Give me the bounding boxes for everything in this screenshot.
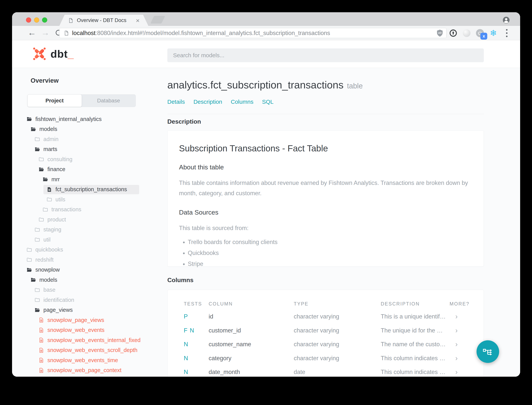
expand-row-id[interactable]: › [450,310,468,324]
tree-item-finance[interactable]: finance [12,164,167,175]
tree-item-label: snowplow_page_views [47,317,104,323]
expand-row-customer_name[interactable]: › [450,338,468,351]
anchor-link-columns[interactable]: Columns [231,99,253,105]
file-red-icon [39,357,44,363]
tree-item-quickbooks[interactable]: quickbooks [12,245,167,255]
cell-tests-date_month: N [184,365,209,377]
file-icon [46,187,52,192]
source-item: Stripe [188,260,472,268]
tree-item-label: utils [55,196,66,203]
file-red-icon [39,327,44,333]
tree-item-marts[interactable]: marts [12,144,167,155]
model-type-badge: table [347,82,362,90]
tree-item-models[interactable]: models [12,275,167,285]
tree-item-snowplow[interactable]: snowplow [12,265,167,275]
tree-item-label: snowplow_web_events_time [47,357,118,364]
card-heading: Subscription Transactions - Fact Table [179,143,472,154]
tree-item-utils[interactable]: utils [12,195,167,205]
tree-item-transactions[interactable]: transactions [12,205,167,215]
folder-open-icon [30,126,36,132]
file-red-icon [39,317,44,323]
expand-row-customer_id[interactable]: › [450,324,468,338]
x-badge: x [480,33,487,40]
tree-item-models[interactable]: models [12,124,167,134]
gray-orb-extension-button[interactable] [462,29,471,37]
anchor-nav: DetailsDescriptionColumnsSQL [167,99,273,105]
cell-tests-customer_id: F N [184,324,209,338]
tree-item-snowplow_web_events_internal_fixed[interactable]: snowplow_web_events_internal_fixed [12,335,167,345]
browser-tab[interactable]: Overview - DBT Docs × [59,15,148,26]
browser-toolbar: ← → localhost:8080/index.html#!/model/mo… [12,26,520,40]
tree-item-label: fishtown_internal_analytics [35,116,102,122]
tree-item-snowplow_page_views[interactable]: snowplow_page_views [12,315,167,325]
tree-item-util[interactable]: util [12,235,167,245]
folder-icon [34,237,40,243]
folder-open-icon [30,277,36,283]
forward-button[interactable]: → [41,28,50,37]
app-content: Overview ProjectDatabase fishtown_intern… [12,68,520,377]
tree-item-snowplow_web_events_scroll_depth[interactable]: snowplow_web_events_scroll_depth [12,345,167,355]
tree-item-consulting[interactable]: consulting [12,154,167,164]
tree-item-fct_subscription_transactions[interactable]: fct_subscription_transactions [12,184,167,195]
tree-item-snowplow_web_events_time[interactable]: snowplow_web_events_time [12,355,167,365]
tree-item-label: product [47,216,66,223]
column-header-column: COLUMN [209,301,294,310]
url-bar[interactable]: localhost:8080/index.html#!/model/model.… [59,28,447,38]
folder-icon [34,136,40,142]
close-window-button[interactable] [26,17,31,23]
dbt-logo-text: dbt_ [51,48,74,60]
tree-item-label: identification [43,297,74,303]
tree-item-identification[interactable]: identification [12,295,167,305]
lineage-graph-fab[interactable] [477,340,499,363]
chevron-right-icon: › [455,313,458,320]
tree-item-label: staging [43,226,61,233]
tree-item-mrr[interactable]: mrr [12,174,167,184]
back-button[interactable]: ← [28,28,36,37]
tree-item-page_views[interactable]: page_views [12,305,167,315]
tree-item-admin[interactable]: admin [12,134,167,144]
expand-row-category[interactable]: › [450,351,468,365]
tree-item-label: snowplow_web_events [47,327,105,333]
tree-item-label: redshift [35,257,53,263]
profile-avatar-icon[interactable] [502,16,510,24]
search-input[interactable] [167,48,484,62]
tree-item-label: marts [43,146,57,152]
tree-item-product[interactable]: product [12,215,167,225]
browser-menu-button[interactable] [503,29,511,37]
tab-close-icon[interactable]: × [136,17,140,24]
shield-icon: uO [436,29,444,37]
screenshot-canvas: Overview - DBT Docs × ← → localhost:8080… [0,0,532,405]
zoom-window-button[interactable] [42,17,47,23]
url-text: localhost:8080/index.html#!/model/model.… [72,30,330,37]
tree-item-redshift[interactable]: redshift [12,255,167,265]
new-tab-button[interactable] [150,16,165,24]
tree-item-snowplow_web_page_context[interactable]: snowplow_web_page_context [12,365,167,376]
tree-item-snowplow_web_events[interactable]: snowplow_web_events [12,325,167,335]
anchor-link-details[interactable]: Details [167,99,185,105]
anchor-link-sql[interactable]: SQL [262,99,273,105]
minimize-window-button[interactable] [34,17,39,23]
expand-row-date_month[interactable]: › [450,365,468,377]
source-item: Trello boards for consulting clients [188,238,472,247]
folder-open-icon [26,116,32,122]
tree-item-label: models [39,126,57,132]
onepassword-extension-button[interactable] [449,29,457,37]
folder-open-icon [42,176,48,182]
cell-desc-customer_name: The name of the custo… [381,338,450,351]
sidebar-tab-database[interactable]: Database [82,94,136,107]
tree-item-label: util [43,236,51,243]
snowflake-extension-button[interactable]: ❄ [489,29,498,37]
tree-item-staging[interactable]: staging [12,225,167,235]
tree-item-fishtown_internal_analytics[interactable]: fishtown_internal_analytics [12,114,167,124]
cell-tests-category: N [184,351,209,365]
power-extension-button[interactable]: x [476,29,484,37]
anchor-link-description[interactable]: Description [194,99,222,105]
tree-item-base[interactable]: base [12,285,167,295]
snowflake-icon: ❄ [490,29,497,37]
column-header-type: TYPE [294,301,381,310]
sidebar-tab-project[interactable]: Project [27,94,82,107]
dbt-logo[interactable]: dbt_ [32,47,74,61]
column-header-tests: TESTS [184,301,209,310]
cell-colname-id: id [209,310,294,324]
ublock-extension-button[interactable]: uO [436,29,444,37]
